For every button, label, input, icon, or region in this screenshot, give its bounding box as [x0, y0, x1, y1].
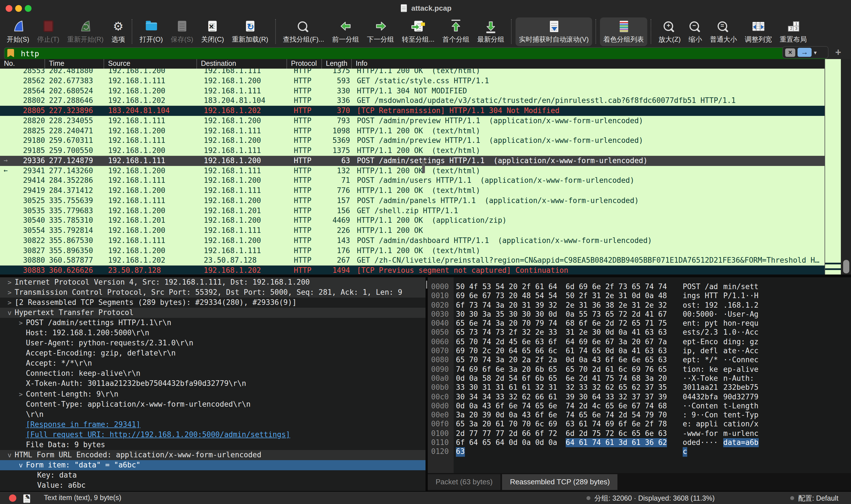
- hex-bytes-group1[interactable]: 65 70 74 2d 45 6e 63 6f: [456, 338, 557, 347]
- hex-ascii-group1[interactable]: ept-Enco: [683, 338, 718, 347]
- detail-row[interactable]: Connection: keep-alive\r\n: [0, 369, 425, 379]
- expert-info-icon[interactable]: [9, 494, 16, 502]
- hex-bytes-group1[interactable]: 6f 64 65 64 0d 0a 0d 0a: [456, 438, 557, 448]
- packet-row[interactable]: 30827355.896350192.168.1.200192.168.1.11…: [0, 246, 825, 256]
- hex-row[interactable]: 000050 4f 53 54 20 2f 61 646d 69 6e 2f 7…: [428, 282, 851, 292]
- packet-row[interactable]: 28802227.288646192.168.1.202183.204.81.1…: [0, 96, 825, 106]
- hex-ascii-group2[interactable]: .168.1.2: [723, 301, 758, 310]
- bytes-tab-active[interactable]: Reassembled TCP (289 bytes): [502, 474, 618, 490]
- hex-bytes-group1[interactable]: 2d 77 77 77 2d 66 6f 72: [456, 429, 557, 438]
- packet-row[interactable]: 29185259.700550192.168.1.200192.168.1.11…: [0, 146, 825, 156]
- hex-bytes-group2[interactable]: 0a 55 73 65 72 2d 41 67: [566, 310, 667, 319]
- hex-bytes-group2[interactable]: 32 33 32 62 65 62 37 35: [566, 383, 667, 393]
- hex-row[interactable]: 00206f 73 74 3a 20 31 39 322e 31 36 38 2…: [428, 301, 851, 310]
- toolbar-button-auto-scroll[interactable]: 实时捕获时自动滚动(V): [516, 17, 592, 46]
- expand-icon[interactable]: >: [4, 287, 15, 298]
- hex-row[interactable]: 003030 30 3a 35 30 30 30 0d0a 55 73 65 7…: [428, 310, 851, 319]
- hex-ascii-group2[interactable]: ding: gz: [723, 338, 758, 347]
- hex-ascii-group2[interactable]: ··Connec: [723, 356, 758, 365]
- hex-ascii-group2[interactable]: n-Auth:: [723, 374, 758, 383]
- detail-row[interactable]: >Content-Length: 9\r\n: [0, 389, 425, 399]
- collapse-icon[interactable]: v: [4, 308, 15, 318]
- hex-ascii-group2[interactable]: cation/x: [723, 420, 758, 429]
- expand-icon[interactable]: >: [4, 298, 15, 308]
- packet-row[interactable]: 29419284.371412192.168.1.200192.168.1.11…: [0, 186, 825, 196]
- collapse-icon[interactable]: v: [16, 460, 26, 470]
- toolbar-button-close-file[interactable]: ×关闭(C): [198, 17, 227, 46]
- hex-bytes-group1[interactable]: 33 30 31 31 61 61 32 31: [456, 383, 557, 393]
- toolbar-button-start-capture[interactable]: 开始(S): [3, 17, 33, 46]
- hex-ascii-group2[interactable]: 1.0··Acc: [723, 328, 758, 338]
- hex-bytes-group1[interactable]: 74 69 6f 6e 3a 20 6b 65: [456, 365, 557, 374]
- packet-row[interactable]: 29180259.670311192.168.1.111192.168.1.20…: [0, 136, 825, 146]
- column-header-source[interactable]: Source: [104, 59, 197, 69]
- hex-ascii-group1[interactable]: POST /ad: [683, 282, 718, 292]
- hex-ascii-group2[interactable]: hon-requ: [723, 319, 758, 328]
- toolbar-button-save-file[interactable]: 保存(S): [167, 17, 197, 46]
- hex-row[interactable]: 00c030 34 34 33 32 62 66 6139 30 64 33 3…: [428, 392, 851, 402]
- hex-ascii-group1[interactable]: : 9··Con: [683, 411, 718, 420]
- column-header-length[interactable]: Length: [322, 59, 352, 69]
- vertical-splitter[interactable]: [425, 277, 428, 491]
- hex-bytes-group1[interactable]: 3a 20 39 0d 0a 43 6f 6e: [456, 411, 557, 420]
- filter-apply-button[interactable]: →: [798, 48, 812, 57]
- toolbar-button-reset-layout[interactable]: 123重置布局: [776, 17, 810, 46]
- expand-icon[interactable]: >: [16, 318, 26, 328]
- horizontal-splitter[interactable]: [0, 274, 851, 277]
- hex-ascii-group1[interactable]: 3011aa21: [683, 383, 718, 393]
- hex-ascii-group1[interactable]: ept: */*: [683, 356, 718, 365]
- hex-ascii-group2[interactable]: data=a6b: [723, 438, 758, 448]
- toolbar-button-zoom-in[interactable]: +放大(Z): [655, 17, 684, 46]
- toolbar-button-goto-packet[interactable]: 转至分组...: [398, 17, 438, 46]
- toolbar-button-find-packet[interactable]: 查找分组(F)...: [280, 17, 327, 46]
- display-filter-input[interactable]: http: [4, 47, 827, 60]
- hex-bytes-group2[interactable]: 65 70 2d 61 6c 69 76 65: [566, 365, 667, 374]
- column-header-info[interactable]: Info: [352, 59, 825, 69]
- filter-clear-button[interactable]: ×: [785, 48, 795, 56]
- packet-row[interactable]: 30883360.62662623.50.87.128192.168.1.202…: [0, 266, 825, 274]
- detail-row[interactable]: >POST /admin/settings HTTP/1.1\r\n: [0, 318, 425, 328]
- hex-ascii-group1[interactable]: oded····: [683, 438, 718, 448]
- filter-add-button[interactable]: +: [835, 47, 841, 58]
- detail-row[interactable]: \r\n: [0, 409, 425, 419]
- detail-row[interactable]: >[2 Reassembled TCP Segments (289 bytes)…: [0, 298, 425, 308]
- detail-row[interactable]: User-Agent: python-requests/2.31.0\r\n: [0, 338, 425, 348]
- detail-row[interactable]: Key: data: [0, 470, 425, 480]
- detail-row[interactable]: X-Token-Auth: 3011aa21232beb7504432bfa90…: [0, 379, 425, 389]
- toolbar-button-zoom-out[interactable]: −缩小: [685, 17, 706, 46]
- hex-bytes-group1[interactable]: 30 34 34 33 32 62 66 61: [456, 392, 557, 402]
- hex-ascii-group2[interactable]: P/1.1··H: [723, 292, 758, 301]
- hex-bytes-group1[interactable]: 69 70 2c 20 64 65 66 6c: [456, 346, 557, 356]
- packet-row[interactable]: 30540335.785310192.168.1.201192.168.1.20…: [0, 216, 825, 226]
- packet-row[interactable]: 28825228.240471192.168.1.200192.168.1.11…: [0, 126, 825, 136]
- hex-bytes-group2[interactable]: 6d 69 6e 2f 73 65 74 74: [566, 282, 667, 292]
- toolbar-button-restart-capture[interactable]: 重新开始(R): [64, 17, 107, 46]
- hex-bytes-group1[interactable]: 65 73 74 73 2f 32 2e 33: [456, 328, 557, 338]
- detail-row[interactable]: File Data: 9 bytes: [0, 440, 425, 450]
- hex-bytes-group1[interactable]: 65 70 74 3a 20 2a 2f 2a: [456, 356, 557, 365]
- hex-ascii-group1[interactable]: 00:5000·: [683, 310, 718, 319]
- detail-row-text[interactable]: [Response in frame: 29341]: [26, 419, 140, 430]
- column-header-destination[interactable]: Destination: [197, 59, 287, 69]
- hex-ascii-group2[interactable]: 232beb75: [723, 383, 758, 393]
- detail-row[interactable]: [Full request URI: http://192.168.1.200:…: [0, 430, 425, 439]
- hex-ascii-group1[interactable]: e: appli: [683, 420, 718, 429]
- hex-row[interactable]: 005065 73 74 73 2f 32 2e 3331 2e 30 0d 0…: [428, 328, 851, 338]
- collapse-icon[interactable]: v: [4, 450, 15, 460]
- hex-row[interactable]: 001069 6e 67 73 20 48 54 5450 2f 31 2e 3…: [428, 292, 851, 301]
- detail-row[interactable]: Accept-Encoding: gzip, deflate\r\n: [0, 348, 425, 359]
- packet-list-scrollbar[interactable]: [841, 59, 851, 274]
- hex-row[interactable]: 00d00d 0a 43 6f 6e 74 65 6e74 2d 4c 65 6…: [428, 402, 851, 411]
- expand-icon[interactable]: >: [4, 277, 15, 287]
- hex-ascii-group1[interactable]: ent: pyt: [683, 319, 718, 328]
- hex-bytes-group2[interactable]: 0d 0a 43 6f 6e 6e 65 63: [566, 356, 667, 365]
- hex-row[interactable]: 00e03a 20 39 0d 0a 43 6f 6e74 65 6e 74 2…: [428, 411, 851, 420]
- toolbar-button-reload-file[interactable]: ↻重新加载(R): [229, 17, 271, 46]
- hex-row[interactable]: 01002d 77 77 77 2d 66 6f 726d 2d 75 72 6…: [428, 429, 851, 438]
- packet-row[interactable]: →29336277.124879192.168.1.111192.168.1.2…: [0, 156, 825, 166]
- hex-bytes-group2[interactable]: 64 69 6e 67 3a 20 67 7a: [566, 338, 667, 347]
- hex-bytes-group2[interactable]: 6e 2d 41 75 74 68 3a 20: [566, 374, 667, 383]
- hex-bytes-group2[interactable]: 2e 31 36 38 2e 31 2e 32: [566, 301, 667, 310]
- hex-ascii-group2[interactable]: m-urlenc: [723, 429, 758, 438]
- hex-bytes-group2[interactable]: 61 74 65 0d 0a 41 63 63: [566, 346, 667, 356]
